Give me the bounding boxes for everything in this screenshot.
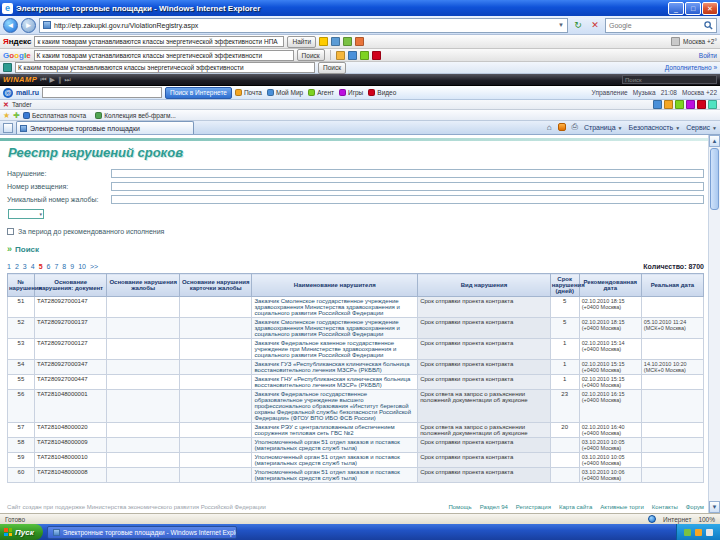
table-row[interactable]: 51ТАТ280927000147Заказчик Смоленское гос… <box>8 297 704 318</box>
column-header[interactable]: Реальная дата <box>641 274 703 297</box>
add-favorite-icon[interactable]: ✚ <box>13 111 20 120</box>
table-row[interactable]: 52ТАТ280927000137Заказчик Смоленское гос… <box>8 318 704 339</box>
address-bar[interactable]: http://etp.zakupki.gov.ru/ViolationRegis… <box>39 18 568 33</box>
complaint-number-input[interactable] <box>111 195 704 204</box>
bookmark-star-icon[interactable] <box>336 51 345 60</box>
column-header[interactable]: Основание нарушения карточки жалобы <box>179 274 252 297</box>
favorite-item[interactable]: Коллекция веб-фрагм... <box>95 112 176 119</box>
tray-icon-1[interactable] <box>684 529 691 536</box>
print-icon[interactable]: ⎙ <box>572 122 578 132</box>
table-row[interactable]: 54ТАТ280927000347Заказчик ГУЗ «Республик… <box>8 360 704 375</box>
notice-number-input[interactable] <box>111 182 704 191</box>
table-row[interactable]: 56ТАТ281048000001Заказчик Федеральное го… <box>8 390 704 423</box>
command-страница[interactable]: Страница ▼ <box>584 124 623 131</box>
search-button[interactable]: » Поиск <box>7 245 704 254</box>
footer-link[interactable]: Активные торги <box>600 504 644 510</box>
mailru-right-item[interactable]: Управление <box>592 89 628 96</box>
table-row[interactable]: 60ТАТ281048000008Уполномоченный орган 51… <box>8 468 704 483</box>
mailru-search-button[interactable]: Поиск в Интернете <box>165 87 232 99</box>
yandex-mail-icon[interactable] <box>319 37 328 46</box>
footer-link[interactable]: Контакты <box>652 504 678 510</box>
table-row[interactable]: 57ТАТ281048000020Заказчик РЭУ с централи… <box>8 423 704 438</box>
addon-icon-2[interactable] <box>664 100 673 109</box>
yandex-find-button[interactable]: Найти <box>287 36 316 48</box>
page-link-10[interactable]: 10 <box>78 263 86 270</box>
table-row[interactable]: 58ТАТ281048000009Уполномоченный орган 51… <box>8 438 704 453</box>
addon-icon-6[interactable] <box>708 100 717 109</box>
footer-link[interactable]: Помощь <box>448 504 471 510</box>
winamp-pause-icon[interactable]: ∥ <box>58 76 62 84</box>
winamp-search-input[interactable]: Поиск <box>622 75 717 84</box>
filter-select[interactable]: ▾ <box>8 209 44 219</box>
back-button[interactable]: ◄ <box>3 18 18 33</box>
tab-etp[interactable]: Электронные торговые площадки <box>16 121 194 134</box>
google-sign-in[interactable]: Войти <box>699 52 717 59</box>
mailru-item[interactable]: Видео <box>368 89 396 96</box>
spellcheck-icon[interactable] <box>348 51 357 60</box>
google-search-input[interactable]: К каким товарам устанавливаются классы э… <box>34 50 294 61</box>
column-header[interactable]: Основание нарушения жалобы <box>107 274 180 297</box>
winamp-prev-icon[interactable]: ⏮ <box>40 76 46 84</box>
addon-icon-3[interactable] <box>675 100 684 109</box>
close-button[interactable]: ✕ <box>702 2 718 15</box>
column-header[interactable]: Основание нарушения: документ <box>34 274 107 297</box>
mailru-right-item[interactable]: Музыка <box>633 89 656 96</box>
stop-icon[interactable]: ✕ <box>588 18 602 32</box>
zoom-level[interactable]: 100% <box>698 516 715 523</box>
column-header[interactable]: Срок нарушения (дней) <box>550 274 579 297</box>
translate-icon[interactable] <box>360 51 369 60</box>
mailru-search-input[interactable] <box>42 87 162 98</box>
favorites-star-icon[interactable]: ★ <box>3 111 10 120</box>
table-row[interactable]: 55ТАТ280927000447Заказчик ГНУ «Республик… <box>8 375 704 390</box>
yandex-money-icon[interactable] <box>331 37 340 46</box>
minimize-button[interactable]: _ <box>668 2 684 15</box>
google-search-button[interactable]: Поиск <box>297 49 325 61</box>
yandex-settings-icon[interactable] <box>671 37 680 46</box>
yandex-traffic-icon[interactable] <box>343 37 352 46</box>
addon-icon-4[interactable] <box>686 100 695 109</box>
column-header[interactable]: Вид нарушения <box>418 274 551 297</box>
table-row[interactable]: 59ТАТ281048000010Уполномоченный орган 51… <box>8 453 704 468</box>
mailru-item[interactable]: Агент <box>308 89 334 96</box>
quick-tabs-icon[interactable] <box>3 123 13 133</box>
page-link-3[interactable]: 3 <box>23 263 27 270</box>
footer-link[interactable]: Форум <box>686 504 704 510</box>
footer-link[interactable]: Карта сайта <box>559 504 592 510</box>
assistant-more-link[interactable]: Дополнительно » <box>665 64 717 71</box>
page-link-7[interactable]: 7 <box>54 263 58 270</box>
search-box[interactable]: Google <box>605 18 717 33</box>
taskbar-task[interactable]: Электронные торговые площадки - Windows … <box>47 526 237 539</box>
scroll-up-icon[interactable]: ▲ <box>709 135 720 147</box>
winamp-next-icon[interactable]: ⏭ <box>64 76 70 84</box>
vertical-scrollbar[interactable]: ▲ ▼ <box>708 135 720 513</box>
mailru-item[interactable]: Игры <box>339 89 363 96</box>
column-header[interactable]: Наименование нарушителя <box>252 274 418 297</box>
violation-input[interactable] <box>111 169 704 178</box>
home-icon[interactable]: ⌂ <box>547 123 552 132</box>
page-link-6[interactable]: 6 <box>47 263 51 270</box>
yandex-search-input[interactable]: к каким товарам устанавливаются классы э… <box>34 36 284 47</box>
mailru-item[interactable]: Почта <box>235 89 262 96</box>
addon-icon-5[interactable] <box>697 100 706 109</box>
assistant-search-input[interactable]: К каким товарам устанавливаются классы э… <box>15 62 315 73</box>
period-checkbox[interactable] <box>7 228 14 235</box>
forward-button[interactable]: ► <box>21 18 36 33</box>
footer-link[interactable]: Регистрация <box>516 504 551 510</box>
mailru-item[interactable]: Мой Мир <box>267 89 303 96</box>
table-row[interactable]: 53ТАТ280927000127Заказчик Федеральное ка… <box>8 339 704 360</box>
command-безопасность[interactable]: Безопасность ▼ <box>629 124 681 131</box>
refresh-icon[interactable]: ↻ <box>571 18 585 32</box>
feeds-icon[interactable] <box>558 123 566 131</box>
address-dropdown-icon[interactable]: ▼ <box>558 22 564 28</box>
addon-label[interactable]: Tander <box>12 101 32 108</box>
page-link-1[interactable]: 1 <box>7 263 11 270</box>
addon-icon-1[interactable] <box>653 100 662 109</box>
page-link-9[interactable]: 9 <box>70 263 74 270</box>
scrollbar-thumb[interactable] <box>710 148 719 210</box>
mailru-right-item[interactable]: 21:08 <box>661 89 677 96</box>
page-link->>[interactable]: >> <box>90 263 98 270</box>
tray-icon-2[interactable] <box>695 529 702 536</box>
page-link-4[interactable]: 4 <box>31 263 35 270</box>
page-link-2[interactable]: 2 <box>15 263 19 270</box>
highlight-icon[interactable] <box>372 51 381 60</box>
